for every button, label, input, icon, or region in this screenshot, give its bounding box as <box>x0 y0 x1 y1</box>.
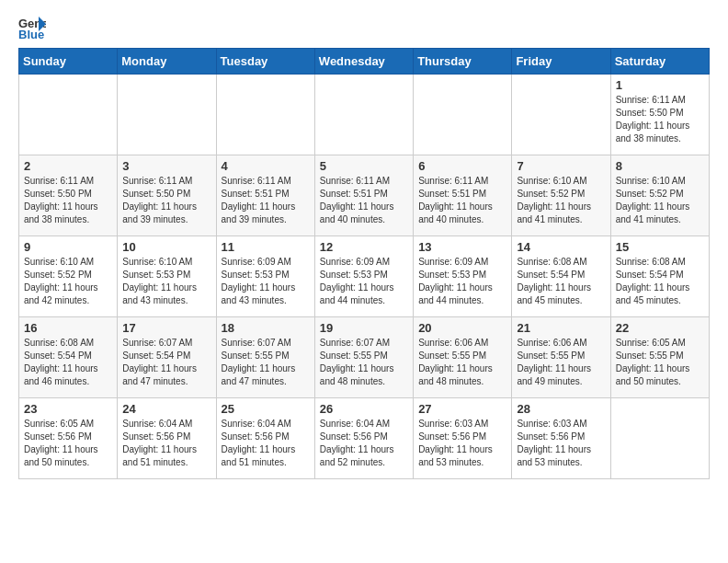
column-header-wednesday: Wednesday <box>314 49 413 75</box>
calendar-cell: 16Sunrise: 6:08 AM Sunset: 5:54 PM Dayli… <box>19 317 118 398</box>
calendar-cell: 4Sunrise: 6:11 AM Sunset: 5:51 PM Daylig… <box>216 155 314 236</box>
calendar-cell: 8Sunrise: 6:10 AM Sunset: 5:52 PM Daylig… <box>610 155 709 236</box>
logo: General Blue <box>18 15 51 40</box>
column-header-friday: Friday <box>512 49 610 75</box>
day-number: 3 <box>122 159 210 173</box>
day-info: Sunrise: 6:10 AM Sunset: 5:53 PM Dayligh… <box>122 256 210 307</box>
day-info: Sunrise: 6:11 AM Sunset: 5:51 PM Dayligh… <box>320 175 408 226</box>
calendar-week-row: 9Sunrise: 6:10 AM Sunset: 5:52 PM Daylig… <box>19 236 710 317</box>
logo-icon: General Blue <box>18 15 46 40</box>
calendar-cell: 11Sunrise: 6:09 AM Sunset: 5:53 PM Dayli… <box>216 236 314 317</box>
calendar-week-row: 2Sunrise: 6:11 AM Sunset: 5:50 PM Daylig… <box>19 155 710 236</box>
day-number: 27 <box>418 402 506 416</box>
day-number: 15 <box>616 240 704 254</box>
calendar-cell: 25Sunrise: 6:04 AM Sunset: 5:56 PM Dayli… <box>216 398 314 479</box>
day-info: Sunrise: 6:06 AM Sunset: 5:55 PM Dayligh… <box>517 337 605 388</box>
calendar-cell: 21Sunrise: 6:06 AM Sunset: 5:55 PM Dayli… <box>512 317 610 398</box>
calendar-cell: 24Sunrise: 6:04 AM Sunset: 5:56 PM Dayli… <box>118 398 216 479</box>
calendar-cell: 3Sunrise: 6:11 AM Sunset: 5:50 PM Daylig… <box>118 155 216 236</box>
day-number: 23 <box>24 402 112 416</box>
calendar-cell: 5Sunrise: 6:11 AM Sunset: 5:51 PM Daylig… <box>314 155 413 236</box>
day-number: 13 <box>418 240 506 254</box>
day-number: 25 <box>222 402 310 416</box>
column-header-tuesday: Tuesday <box>216 49 314 75</box>
day-info: Sunrise: 6:05 AM Sunset: 5:56 PM Dayligh… <box>24 418 112 469</box>
day-info: Sunrise: 6:10 AM Sunset: 5:52 PM Dayligh… <box>24 256 112 307</box>
calendar-cell: 1Sunrise: 6:11 AM Sunset: 5:50 PM Daylig… <box>610 75 709 155</box>
day-info: Sunrise: 6:03 AM Sunset: 5:56 PM Dayligh… <box>418 418 506 469</box>
calendar-cell: 7Sunrise: 6:10 AM Sunset: 5:52 PM Daylig… <box>512 155 610 236</box>
calendar-cell <box>314 75 413 155</box>
day-info: Sunrise: 6:08 AM Sunset: 5:54 PM Dayligh… <box>517 256 605 307</box>
day-number: 7 <box>517 159 605 173</box>
day-info: Sunrise: 6:04 AM Sunset: 5:56 PM Dayligh… <box>222 418 310 469</box>
calendar-cell: 12Sunrise: 6:09 AM Sunset: 5:53 PM Dayli… <box>314 236 413 317</box>
day-number: 16 <box>24 321 112 335</box>
day-info: Sunrise: 6:09 AM Sunset: 5:53 PM Dayligh… <box>320 256 408 307</box>
day-number: 6 <box>418 159 506 173</box>
day-number: 28 <box>517 402 605 416</box>
column-header-monday: Monday <box>118 49 216 75</box>
calendar-cell: 9Sunrise: 6:10 AM Sunset: 5:52 PM Daylig… <box>19 236 118 317</box>
day-info: Sunrise: 6:07 AM Sunset: 5:54 PM Dayligh… <box>122 337 210 388</box>
day-number: 4 <box>222 159 310 173</box>
day-info: Sunrise: 6:08 AM Sunset: 5:54 PM Dayligh… <box>24 337 112 388</box>
day-number: 19 <box>320 321 408 335</box>
day-info: Sunrise: 6:11 AM Sunset: 5:51 PM Dayligh… <box>222 175 310 226</box>
day-number: 8 <box>616 159 704 173</box>
day-info: Sunrise: 6:07 AM Sunset: 5:55 PM Dayligh… <box>222 337 310 388</box>
day-info: Sunrise: 6:11 AM Sunset: 5:50 PM Dayligh… <box>122 175 210 226</box>
svg-text:Blue: Blue <box>18 28 44 40</box>
day-info: Sunrise: 6:11 AM Sunset: 5:50 PM Dayligh… <box>616 94 704 145</box>
day-number: 20 <box>418 321 506 335</box>
day-info: Sunrise: 6:11 AM Sunset: 5:51 PM Dayligh… <box>418 175 506 226</box>
calendar-header-row: SundayMondayTuesdayWednesdayThursdayFrid… <box>19 49 710 75</box>
calendar-cell: 26Sunrise: 6:04 AM Sunset: 5:56 PM Dayli… <box>314 398 413 479</box>
day-number: 2 <box>24 159 112 173</box>
calendar-week-row: 1Sunrise: 6:11 AM Sunset: 5:50 PM Daylig… <box>19 75 710 155</box>
day-number: 5 <box>320 159 408 173</box>
day-info: Sunrise: 6:03 AM Sunset: 5:56 PM Dayligh… <box>517 418 605 469</box>
calendar-cell: 23Sunrise: 6:05 AM Sunset: 5:56 PM Dayli… <box>19 398 118 479</box>
day-number: 14 <box>517 240 605 254</box>
calendar-cell: 17Sunrise: 6:07 AM Sunset: 5:54 PM Dayli… <box>118 317 216 398</box>
calendar-cell: 19Sunrise: 6:07 AM Sunset: 5:55 PM Dayli… <box>314 317 413 398</box>
day-info: Sunrise: 6:04 AM Sunset: 5:56 PM Dayligh… <box>320 418 408 469</box>
day-info: Sunrise: 6:06 AM Sunset: 5:55 PM Dayligh… <box>418 337 506 388</box>
calendar-cell <box>512 75 610 155</box>
day-info: Sunrise: 6:08 AM Sunset: 5:54 PM Dayligh… <box>616 256 704 307</box>
calendar-table: SundayMondayTuesdayWednesdayThursdayFrid… <box>18 48 710 479</box>
calendar-cell: 13Sunrise: 6:09 AM Sunset: 5:53 PM Dayli… <box>414 236 512 317</box>
column-header-thursday: Thursday <box>414 49 512 75</box>
day-number: 9 <box>24 240 112 254</box>
day-number: 21 <box>517 321 605 335</box>
calendar-cell: 22Sunrise: 6:05 AM Sunset: 5:55 PM Dayli… <box>610 317 709 398</box>
day-number: 1 <box>616 78 704 92</box>
day-number: 10 <box>122 240 210 254</box>
day-number: 18 <box>222 321 310 335</box>
calendar-cell <box>19 75 118 155</box>
calendar-cell: 10Sunrise: 6:10 AM Sunset: 5:53 PM Dayli… <box>118 236 216 317</box>
calendar-cell <box>610 398 709 479</box>
calendar-cell: 18Sunrise: 6:07 AM Sunset: 5:55 PM Dayli… <box>216 317 314 398</box>
calendar-cell <box>414 75 512 155</box>
column-header-saturday: Saturday <box>610 49 709 75</box>
calendar-cell <box>216 75 314 155</box>
day-info: Sunrise: 6:11 AM Sunset: 5:50 PM Dayligh… <box>24 175 112 226</box>
calendar-cell: 15Sunrise: 6:08 AM Sunset: 5:54 PM Dayli… <box>610 236 709 317</box>
day-number: 17 <box>122 321 210 335</box>
day-info: Sunrise: 6:05 AM Sunset: 5:55 PM Dayligh… <box>616 337 704 388</box>
day-info: Sunrise: 6:04 AM Sunset: 5:56 PM Dayligh… <box>122 418 210 469</box>
day-number: 22 <box>616 321 704 335</box>
day-info: Sunrise: 6:10 AM Sunset: 5:52 PM Dayligh… <box>517 175 605 226</box>
day-info: Sunrise: 6:10 AM Sunset: 5:52 PM Dayligh… <box>616 175 704 226</box>
page-header: General Blue <box>18 15 710 40</box>
calendar-cell: 2Sunrise: 6:11 AM Sunset: 5:50 PM Daylig… <box>19 155 118 236</box>
day-info: Sunrise: 6:09 AM Sunset: 5:53 PM Dayligh… <box>418 256 506 307</box>
calendar-cell: 28Sunrise: 6:03 AM Sunset: 5:56 PM Dayli… <box>512 398 610 479</box>
calendar-cell: 27Sunrise: 6:03 AM Sunset: 5:56 PM Dayli… <box>414 398 512 479</box>
calendar-week-row: 16Sunrise: 6:08 AM Sunset: 5:54 PM Dayli… <box>19 317 710 398</box>
day-number: 24 <box>122 402 210 416</box>
calendar-cell: 20Sunrise: 6:06 AM Sunset: 5:55 PM Dayli… <box>414 317 512 398</box>
day-number: 12 <box>320 240 408 254</box>
